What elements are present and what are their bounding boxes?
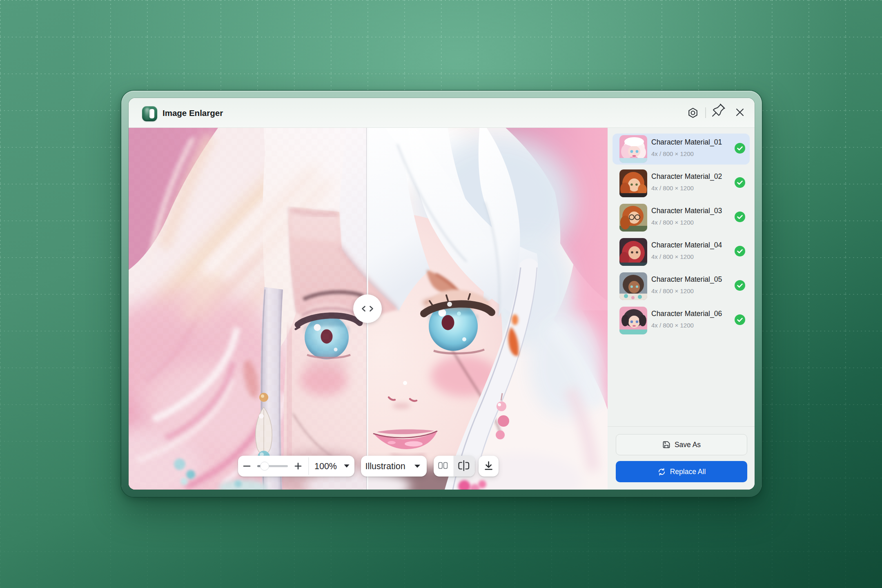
svg-text:100%: 100%	[314, 461, 337, 471]
svg-text:Illustration: Illustration	[365, 461, 405, 471]
